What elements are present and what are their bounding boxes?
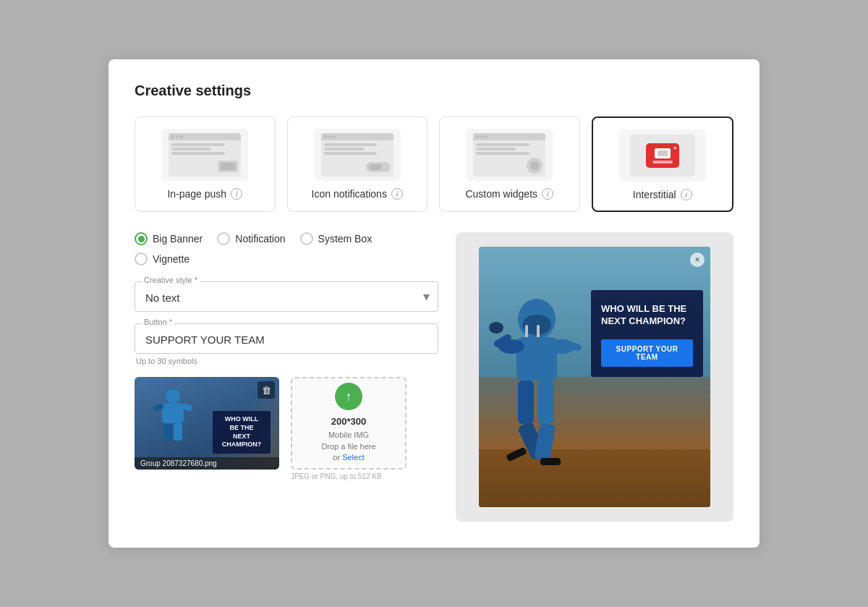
radio-big-banner-circle [135, 232, 148, 245]
custom-widgets-label: Custom widgets i [465, 188, 553, 200]
preview-panel: × WHO WILL BE THE NEXT CHAMPION? SUPPORT… [456, 232, 733, 522]
in-page-push-label: In-page push i [167, 188, 242, 200]
icon-notifications-label: Icon notifications i [312, 188, 403, 200]
button-field: Button * Up to 30 symbols [135, 323, 438, 365]
preview-content-box: WHO WILL BE THE NEXT CHAMPION? SUPPORT Y… [591, 290, 703, 377]
page-title: Creative settings [135, 82, 733, 99]
button-text-input[interactable] [135, 323, 438, 354]
in-page-push-info-icon[interactable]: i [231, 188, 242, 200]
button-field-label: Button * [142, 318, 174, 326]
svg-point-0 [166, 390, 180, 403]
upload-area[interactable]: ↑ 200*300 Mobile IMG Drop a file here or… [291, 377, 407, 470]
creative-style-field: Creative style * No text With text Custo… [135, 281, 438, 312]
svg-rect-23 [506, 447, 527, 462]
interstitial-icon-wrap: × [619, 130, 706, 182]
svg-rect-12 [537, 325, 540, 338]
icon-notifications-info-icon[interactable]: i [391, 188, 403, 200]
left-panel: Big Banner Notification System Box Vigne… [135, 232, 438, 522]
interstitial-center-icon: × [646, 143, 679, 168]
svg-rect-24 [540, 458, 561, 465]
svg-rect-11 [525, 325, 528, 338]
upload-row: WHO WILL BE THE NEXT CHAMPION? Group 208… [135, 377, 438, 480]
uploaded-image-filename: Group 2087327680.png [135, 457, 279, 470]
radio-group: Big Banner Notification System Box Vigne… [135, 232, 438, 266]
preview-container: × WHO WILL BE THE NEXT CHAMPION? SUPPORT… [479, 247, 710, 507]
button-hint: Up to 30 symbols [136, 357, 438, 365]
creative-type-in-page-push[interactable]: In-page push i [135, 116, 276, 212]
svg-rect-1 [162, 403, 184, 423]
interstitial-close-x: × [673, 145, 677, 151]
interstitial-icon-card: × [630, 135, 695, 177]
radio-vignette-circle [135, 252, 148, 266]
upload-hint: JPEG or PNG, up to 512 KB [291, 472, 382, 480]
creative-types-row: In-page push i Icon notifications [135, 116, 733, 212]
creative-style-label: Creative style * [142, 276, 200, 284]
upload-area-wrapper: ↑ 200*300 Mobile IMG Drop a file here or… [291, 377, 407, 480]
preview-close-button[interactable]: × [690, 252, 705, 267]
interstitial-info-icon[interactable]: i [681, 189, 692, 200]
radio-vignette[interactable]: Vignette [135, 252, 190, 266]
creative-type-custom-widgets[interactable]: Custom widgets i [439, 116, 580, 212]
preview-cta-button[interactable]: SUPPORT YOUR TEAM [601, 339, 693, 367]
upload-icon: ↑ [335, 383, 362, 410]
custom-widgets-icon-wrap [466, 129, 553, 181]
content-section: Big Banner Notification System Box Vigne… [135, 232, 733, 522]
interstitial-label: Interstitial i [633, 189, 692, 200]
in-page-push-icon-wrap [161, 129, 248, 181]
preview-content-title: WHO WILL BE THE NEXT CHAMPION? [601, 303, 693, 328]
svg-point-18 [489, 322, 503, 334]
main-card: Creative settings In-page push i [109, 59, 760, 548]
creative-style-select-wrapper: No text With text Custom ▾ [135, 281, 438, 312]
player-figure [140, 390, 205, 448]
radio-notification[interactable]: Notification [217, 232, 285, 245]
delete-image-button[interactable]: 🗑 [258, 381, 275, 399]
uploaded-image[interactable]: WHO WILL BE THE NEXT CHAMPION? Group 208… [135, 377, 279, 470]
custom-widgets-mock [473, 133, 545, 177]
svg-rect-5 [174, 423, 182, 441]
icon-notif-mock [321, 133, 393, 177]
svg-rect-19 [518, 381, 534, 424]
custom-widgets-info-icon[interactable]: i [542, 188, 553, 200]
radio-big-banner-dot [138, 236, 145, 242]
radio-notification-circle [217, 232, 230, 245]
radio-system-box-circle [300, 232, 313, 245]
radio-big-banner[interactable]: Big Banner [135, 232, 203, 245]
upload-arrow-icon: ↑ [346, 390, 352, 403]
svg-rect-4 [163, 423, 172, 441]
uploaded-image-text: WHO WILL BE THE NEXT CHAMPION? [213, 411, 271, 454]
in-page-push-mock [169, 133, 241, 177]
radio-system-box[interactable]: System Box [300, 232, 373, 245]
creative-type-interstitial[interactable]: × Interstitial i [592, 116, 734, 212]
creative-type-icon-notifications[interactable]: Icon notifications i [287, 116, 428, 212]
icon-notifications-icon-wrap [314, 129, 401, 181]
upload-label: Mobile IMG Drop a file here or Select [321, 430, 375, 463]
svg-rect-22 [534, 423, 556, 461]
creative-style-select[interactable]: No text With text Custom [135, 281, 438, 312]
upload-select-link[interactable]: Select [342, 453, 365, 462]
svg-rect-20 [538, 381, 554, 424]
upload-dimensions: 200*300 [331, 416, 366, 427]
